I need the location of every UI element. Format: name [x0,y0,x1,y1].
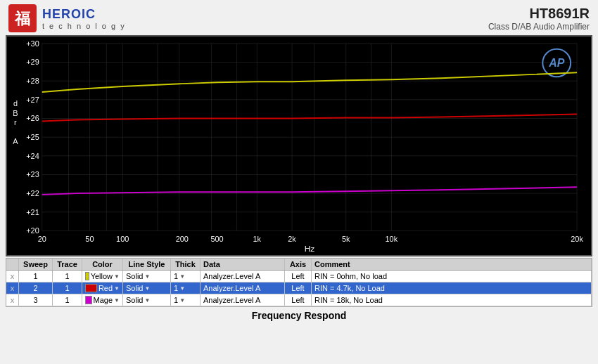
svg-rect-2 [7,37,591,255]
svg-text:20k: 20k [571,235,583,243]
row3-thick-arrow: ▼ [179,297,185,304]
row2-color[interactable]: Red ▼ [82,282,123,294]
table-area: Sweep Trace Color Line Style Thick Data … [6,258,592,307]
chart-svg: +30 +29 +28 +27 +26 +25 +24 +23 +22 +21 … [7,37,591,255]
svg-text:2k: 2k [288,235,296,243]
row2-trace: 1 [53,282,82,294]
svg-text:5k: 5k [342,235,350,243]
product-desc: Class D/AB Audio Amplifier [488,22,590,32]
row3-linestyle[interactable]: Solid ▼ [123,294,171,306]
svg-text:+29: +29 [26,58,39,67]
row1-x: x [6,271,19,282]
row1-thick-arrow: ▼ [179,273,185,280]
row3-color[interactable]: Mage ▼ [82,294,123,306]
row2-thick[interactable]: 1 ▼ [171,282,201,294]
header: 福 HEROIC t e c h n o l o g y HT8691R Cla… [0,0,598,35]
row2-data: Analyzer.Level A [201,282,285,294]
row1-data: Analyzer.Level A [201,271,285,282]
svg-text:AP: AP [548,57,565,69]
th-thick: Thick [171,259,201,270]
row2-axis: Left [285,282,312,294]
svg-text:+28: +28 [26,77,39,85]
product-model: HT8691R [488,6,590,22]
row3-color-swatch [85,296,92,304]
svg-text:+24: +24 [26,152,39,160]
th-axis: Axis [285,259,312,270]
table-row[interactable]: x 3 1 Mage ▼ Solid ▼ 1 ▼ Analyzer.Level … [6,294,592,306]
svg-text:200: 200 [176,235,189,243]
svg-text:+25: +25 [26,133,39,141]
row1-thick-label: 1 [174,272,178,280]
row1-trace: 1 [53,271,82,282]
chart-title: Frequency Respond [0,310,598,321]
row2-comment: RIN = 4.7k, No Load [312,282,592,294]
row3-linestyle-label: Solid [126,296,143,304]
th-linestyle: Line Style [123,259,171,270]
row1-color[interactable]: Yellow ▼ [82,271,123,282]
row3-color-label: Mage [94,296,113,304]
row3-linestyle-arrow: ▼ [144,297,150,304]
svg-text:+27: +27 [26,96,39,104]
row3-x: x [6,294,19,306]
row2-color-label: Red [98,284,113,292]
svg-text:100: 100 [116,235,129,243]
row1-linestyle-arrow: ▼ [144,273,150,280]
logo-tech: t e c h n o l o g y [42,22,126,30]
row1-color-label: Yellow [91,272,113,280]
svg-text:+21: +21 [26,208,39,216]
row3-comment: RIN = 18k, No Load [312,294,592,306]
svg-text:+30: +30 [26,39,39,48]
row3-color-arrow: ▼ [114,297,120,304]
svg-text:r: r [14,118,17,126]
logo-text: HEROIC t e c h n o l o g y [42,7,126,30]
svg-text:50: 50 [85,235,94,243]
row1-color-swatch [85,272,89,280]
th-data: Data [201,259,285,270]
row1-linestyle[interactable]: Solid ▼ [123,271,171,282]
company-logo-icon: 福 [8,4,37,32]
row2-color-arrow: ▼ [114,285,120,292]
svg-text:d: d [13,99,18,108]
th-trace: Trace [53,259,82,270]
logo-area: 福 HEROIC t e c h n o l o g y [8,4,126,32]
row3-axis: Left [285,294,312,306]
row2-linestyle-label: Solid [126,284,143,292]
svg-text:A: A [13,137,18,145]
row1-axis: Left [285,271,312,282]
th-comment: Comment [312,259,592,270]
th-sweep: Sweep [19,259,53,270]
row1-color-arrow: ▼ [114,273,120,280]
svg-text:福: 福 [14,10,30,27]
row2-thick-label: 1 [174,284,178,292]
svg-text:Hz: Hz [305,244,315,254]
product-info: HT8691R Class D/AB Audio Amplifier [488,6,590,32]
svg-text:B: B [13,109,18,117]
svg-text:+26: +26 [26,114,39,122]
row2-thick-arrow: ▼ [179,285,185,292]
row3-trace: 1 [53,294,82,306]
row2-color-swatch [85,284,97,292]
row1-linestyle-label: Solid [126,272,143,280]
svg-text:+23: +23 [26,170,39,178]
svg-text:20: 20 [38,235,46,243]
svg-text:500: 500 [210,235,223,243]
row1-sweep: 1 [19,271,53,282]
svg-text:+20: +20 [26,226,39,235]
table-row[interactable]: x 1 1 Yellow ▼ Solid ▼ 1 ▼ Analyzer.Leve… [6,271,592,282]
row3-thick[interactable]: 1 ▼ [171,294,201,306]
row2-x: x [6,282,19,294]
svg-text:+22: +22 [26,189,39,197]
row2-sweep: 2 [19,282,53,294]
logo-heroic: HEROIC [42,7,126,22]
row2-linestyle-arrow: ▼ [144,285,150,292]
table-row-selected[interactable]: x 2 1 Red ▼ Solid ▼ 1 ▼ Analyzer.Level A… [6,282,592,294]
table-header: Sweep Trace Color Line Style Thick Data … [6,259,592,271]
row3-data: Analyzer.Level A [201,294,285,306]
svg-text:1k: 1k [253,235,262,243]
row3-sweep: 3 [19,294,53,306]
row1-comment: RIN = 0ohm, No load [312,271,592,282]
svg-text:10k: 10k [386,235,398,243]
row2-linestyle[interactable]: Solid ▼ [123,282,171,294]
row1-thick[interactable]: 1 ▼ [171,271,201,282]
th-color: Color [82,259,123,270]
